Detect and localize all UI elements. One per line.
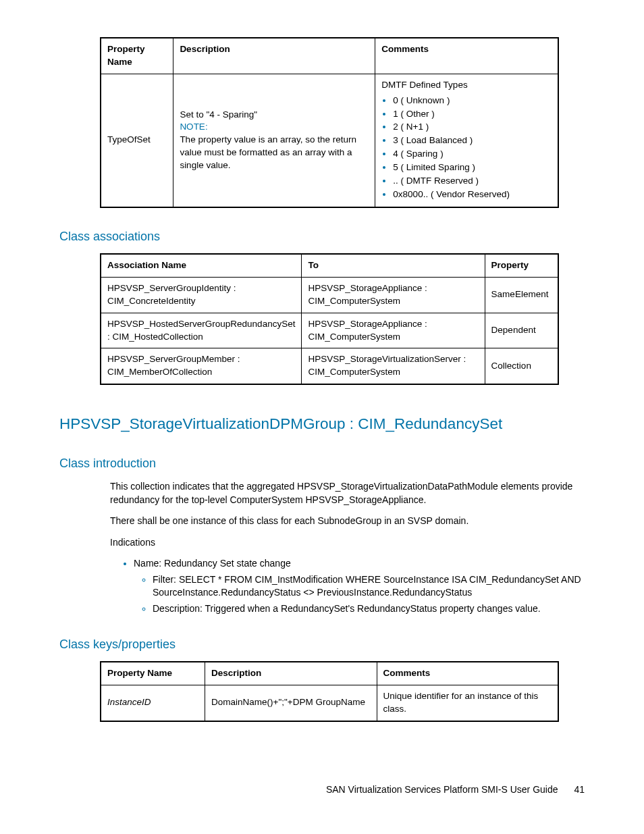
- th-to: To: [302, 254, 485, 277]
- section-title-intro: Class introduction: [59, 455, 585, 472]
- intro-p3: Indications: [110, 536, 585, 550]
- th-description: Description: [173, 38, 375, 74]
- list-item: 5 ( Limited Sparing ): [393, 161, 552, 174]
- list-item: 3 ( Load Balanced ): [393, 134, 552, 147]
- section-title-associations: Class associations: [59, 228, 585, 245]
- page-footer: SAN Virtualization Services Platform SMI…: [326, 783, 585, 797]
- comments-list: 0 ( Unknown ) 1 ( Other ) 2 ( N+1 ) 3 ( …: [381, 95, 552, 201]
- list-item: 1 ( Other ): [393, 108, 552, 121]
- list-item: 4 ( Sparing ): [393, 148, 552, 161]
- table-row: HPSVSP_HostedServerGroupRedundancySet : …: [101, 313, 558, 348]
- table-row: HPSVSP_ServerGroupMember : CIM_MemberOfC…: [101, 348, 558, 384]
- desc-note-label: NOTE:: [180, 121, 369, 134]
- list-item: 0x8000.. ( Vendor Reserved): [393, 188, 552, 201]
- class-heading: HPSVSP_StorageVirtualizationDPMGroup : C…: [59, 413, 585, 435]
- intro-sublist: Filter: SELECT * FROM CIM_InstModificati…: [134, 573, 585, 616]
- comments-head: DMTF Defined Types: [381, 79, 552, 92]
- table-row: InstanceID DomainName()+";"+DPM GroupNam…: [101, 685, 558, 721]
- section-title-keys: Class keys/properties: [59, 636, 585, 653]
- th-desc: Description: [205, 662, 377, 685]
- th-comments: Comments: [375, 38, 558, 74]
- list-item: .. ( DMTF Reserved ): [393, 175, 552, 188]
- intro-p2: There shall be one instance of this clas…: [110, 515, 585, 528]
- intro-list: Name: Redundancy Set state change Filter…: [122, 557, 585, 615]
- th-assoc-name: Association Name: [101, 254, 302, 277]
- th-property: Property: [485, 254, 558, 277]
- page-number: 41: [574, 784, 585, 795]
- th-comm: Comments: [377, 662, 558, 685]
- property-table: Property Name Description Comments TypeO…: [100, 37, 559, 208]
- intro-p1: This collection indicates that the aggre…: [110, 480, 585, 506]
- footer-title: SAN Virtualization Services Platform SMI…: [326, 784, 558, 795]
- table-row: HPSVSP_ServerGroupIdentity : CIM_Concret…: [101, 277, 558, 313]
- desc-set: Set to "4 - Sparing": [180, 109, 369, 122]
- th-prop-name: Property Name: [101, 662, 205, 685]
- keys-table: Property Name Description Comments Insta…: [100, 661, 559, 722]
- list-item: Name: Redundancy Set state change Filter…: [134, 557, 585, 615]
- list-item: 2 ( N+1 ): [393, 121, 552, 134]
- td-comments: DMTF Defined Types 0 ( Unknown ) 1 ( Oth…: [375, 74, 558, 207]
- th-property-name: Property Name: [101, 38, 173, 74]
- list-item: Filter: SELECT * FROM CIM_InstModificati…: [153, 573, 585, 600]
- td-description: Set to "4 - Sparing" NOTE: The property …: [173, 74, 375, 207]
- list-item: Description: Triggered when a Redundancy…: [153, 602, 585, 616]
- desc-note: The property value is an array, so the r…: [180, 134, 369, 172]
- list-item: 0 ( Unknown ): [393, 95, 552, 107]
- td-property-name: TypeOfSet: [101, 74, 173, 207]
- associations-table: Association Name To Property HPSVSP_Serv…: [100, 253, 559, 385]
